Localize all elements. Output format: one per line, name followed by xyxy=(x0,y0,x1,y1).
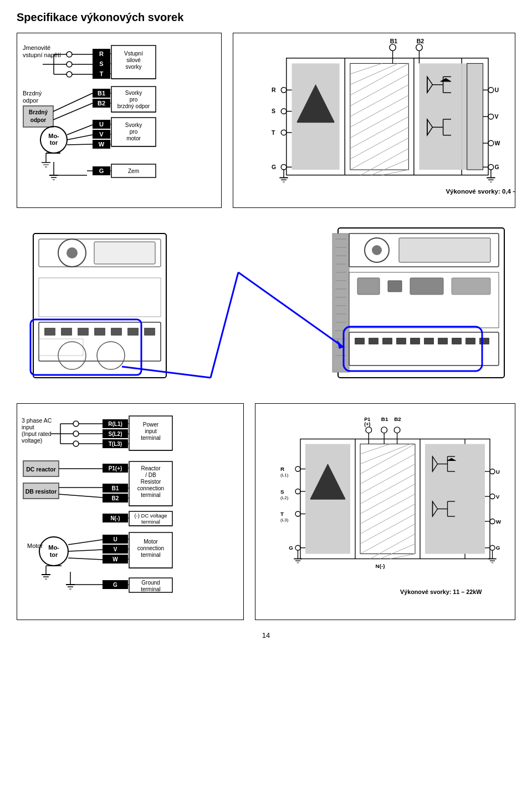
svg-point-386 xyxy=(490,545,495,550)
svg-text:(L2): (L2) xyxy=(280,495,289,500)
svg-text:svorky: svorky xyxy=(126,64,142,70)
svg-text:B2: B2 xyxy=(98,100,105,106)
svg-text:B1: B1 xyxy=(98,90,105,97)
svg-point-3 xyxy=(66,62,72,67)
svg-text:R: R xyxy=(280,466,284,472)
svg-line-39 xyxy=(67,125,93,135)
svg-point-380 xyxy=(490,494,495,499)
svg-text:terminal: terminal xyxy=(141,519,160,525)
svg-rect-346 xyxy=(425,444,465,554)
svg-text:tor: tor xyxy=(50,551,58,558)
svg-point-320 xyxy=(394,427,400,433)
svg-rect-206 xyxy=(410,338,420,344)
svg-point-146 xyxy=(488,164,494,170)
small-inverter-image xyxy=(17,222,183,389)
svg-line-329 xyxy=(360,444,390,454)
svg-line-95 xyxy=(350,63,398,84)
svg-line-342 xyxy=(390,554,415,559)
svg-rect-170 xyxy=(39,278,161,317)
svg-text:P1(+): P1(+) xyxy=(109,465,122,471)
svg-text:pro: pro xyxy=(130,129,138,135)
svg-line-333 xyxy=(360,464,415,494)
svg-text:DC reactor: DC reactor xyxy=(26,466,56,473)
svg-text:Power: Power xyxy=(143,422,159,428)
small-inverter-svg xyxy=(17,222,183,389)
svg-text:voltage): voltage) xyxy=(22,437,42,444)
svg-point-365 xyxy=(295,489,300,494)
svg-text:S: S xyxy=(280,489,284,495)
svg-text:Motor: Motor xyxy=(27,542,43,549)
svg-rect-200 xyxy=(452,278,490,295)
svg-line-338 xyxy=(360,514,415,544)
large-inverter-image xyxy=(327,222,515,389)
svg-point-160 xyxy=(66,247,78,258)
svg-text:S: S xyxy=(99,60,103,67)
svg-text:T(L3): T(L3) xyxy=(109,441,122,447)
svg-text:Brzdný: Brzdný xyxy=(29,109,48,115)
svg-text:Ground: Ground xyxy=(141,580,160,586)
svg-text:terminal: terminal xyxy=(141,435,161,441)
svg-text:Resistor: Resistor xyxy=(141,479,161,485)
svg-text:/ DB: / DB xyxy=(145,472,156,478)
svg-text:W: W xyxy=(99,141,105,148)
svg-text:brzdný odpor: brzdný odpor xyxy=(117,103,150,109)
svg-rect-166 xyxy=(94,328,105,336)
svg-text:vstupní napětí: vstupní napětí xyxy=(23,52,61,58)
bottom-wiring-svg: 3 phase AC input (Input rated voltage) R… xyxy=(21,408,242,613)
bottom-power-svg: Výkonové svorky: 11 – 22kW P1 (+) B1 B2 xyxy=(255,404,515,609)
svg-rect-207 xyxy=(424,338,434,344)
svg-rect-195 xyxy=(399,238,490,262)
svg-text:Svorky: Svorky xyxy=(125,122,142,128)
svg-rect-209 xyxy=(452,338,462,344)
svg-rect-203 xyxy=(369,338,378,344)
svg-text:3 phase AC: 3 phase AC xyxy=(22,417,52,424)
svg-text:(Input rated: (Input rated xyxy=(22,430,52,437)
svg-text:Jmenovité: Jmenovité xyxy=(23,44,50,51)
svg-text:B2: B2 xyxy=(417,38,424,44)
svg-line-97 xyxy=(350,74,408,106)
svg-line-335 xyxy=(360,484,415,514)
svg-text:Brzdný: Brzdný xyxy=(23,90,42,97)
svg-point-84 xyxy=(416,44,423,51)
svg-point-222 xyxy=(73,431,79,437)
svg-text:V: V xyxy=(114,546,117,552)
svg-text:B1: B1 xyxy=(390,38,398,44)
svg-text:Mo-: Mo- xyxy=(48,544,59,551)
svg-point-221 xyxy=(73,421,79,427)
svg-text:input: input xyxy=(145,428,157,434)
svg-point-4 xyxy=(66,72,72,77)
svg-rect-201 xyxy=(349,332,499,366)
svg-point-383 xyxy=(490,519,495,524)
svg-line-336 xyxy=(360,494,415,524)
svg-rect-176 xyxy=(332,234,349,372)
svg-rect-199 xyxy=(410,278,443,295)
svg-rect-204 xyxy=(382,338,392,344)
svg-text:G: G xyxy=(272,164,276,170)
svg-rect-212 xyxy=(344,327,482,371)
svg-line-334 xyxy=(360,474,415,504)
svg-rect-167 xyxy=(111,328,122,336)
svg-text:G: G xyxy=(289,545,293,551)
svg-line-40 xyxy=(67,135,93,140)
svg-point-143 xyxy=(488,140,494,146)
top-power-diagram: Výkonové svorky: 0,4 – 7,5kW B1 B2 xyxy=(233,33,515,208)
svg-rect-208 xyxy=(438,338,448,344)
svg-text:terminal: terminal xyxy=(141,586,161,592)
svg-text:Reactor: Reactor xyxy=(141,465,161,471)
svg-rect-165 xyxy=(78,328,89,336)
svg-line-102 xyxy=(350,127,408,159)
svg-rect-164 xyxy=(61,328,72,336)
svg-text:W: W xyxy=(495,140,500,146)
svg-text:G: G xyxy=(496,545,500,551)
svg-text:DB resistor: DB resistor xyxy=(25,488,57,495)
svg-point-223 xyxy=(73,441,79,446)
svg-text:silové: silové xyxy=(126,57,141,63)
svg-point-131 xyxy=(281,130,287,135)
svg-text:Vstupní: Vstupní xyxy=(124,50,143,57)
svg-rect-210 xyxy=(466,338,475,344)
svg-rect-360 xyxy=(465,444,485,554)
svg-text:Motor: Motor xyxy=(144,539,158,545)
svg-point-140 xyxy=(488,114,494,119)
svg-text:B1: B1 xyxy=(381,416,388,422)
page-number: 14 xyxy=(17,631,515,639)
